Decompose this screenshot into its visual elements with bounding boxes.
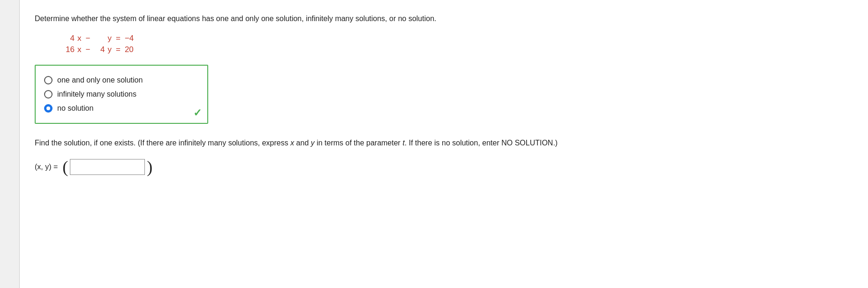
page: Determine whether the system of linear e… bbox=[0, 0, 868, 288]
radio-no-solution[interactable] bbox=[44, 104, 53, 113]
answer-row: (x, y) = ( ) bbox=[35, 159, 849, 175]
option-one-solution[interactable]: one and only one solution bbox=[44, 76, 196, 84]
equation-1: 4 x − y = −4 bbox=[63, 33, 137, 44]
eq1-equals: = bbox=[113, 33, 123, 44]
answer-label: (x, y) = bbox=[35, 163, 58, 171]
right-paren: ) bbox=[147, 159, 152, 175]
eq1-coeff1: 4 bbox=[63, 33, 76, 44]
eq1-coeff2 bbox=[93, 33, 106, 44]
find-solution-text4: . If there is no solution, enter NO SOLU… bbox=[405, 139, 558, 147]
eq2-op: − bbox=[83, 44, 93, 55]
content: Determine whether the system of linear e… bbox=[20, 0, 868, 288]
find-solution-text1: Find the solution, if one exists. (If th… bbox=[35, 139, 290, 147]
option-no-solution[interactable]: no solution bbox=[44, 104, 196, 113]
eq1-var2: y bbox=[106, 33, 113, 44]
find-solution-text2: and bbox=[294, 139, 311, 147]
option-no-solution-label: no solution bbox=[57, 104, 93, 113]
eq1-op: − bbox=[83, 33, 93, 44]
checkmark-icon: ✓ bbox=[193, 107, 202, 119]
find-solution-text: Find the solution, if one exists. (If th… bbox=[35, 137, 597, 149]
option-infinitely-many-label: infinitely many solutions bbox=[57, 90, 136, 99]
eq2-coeff2: 4 bbox=[93, 44, 106, 55]
radio-one-solution[interactable] bbox=[44, 76, 53, 84]
eq2-var2: y bbox=[106, 44, 113, 55]
eq2-equals: = bbox=[113, 44, 123, 55]
equation-2: 16 x − 4 y = 20 bbox=[63, 44, 137, 55]
eq2-coeff1: 16 bbox=[63, 44, 76, 55]
eq2-rhs: 20 bbox=[123, 44, 137, 55]
find-solution-italic-x: x bbox=[290, 139, 294, 147]
option-one-solution-label: one and only one solution bbox=[57, 76, 143, 84]
answer-input[interactable] bbox=[70, 159, 145, 175]
left-bar bbox=[0, 0, 20, 288]
eq1-rhs: −4 bbox=[123, 33, 137, 44]
left-paren: ( bbox=[62, 159, 68, 175]
find-solution-italic-y: y bbox=[311, 139, 315, 147]
eq2-var1: x bbox=[76, 44, 83, 55]
find-solution-text3: in terms of the parameter bbox=[315, 139, 403, 147]
radio-infinitely-many[interactable] bbox=[44, 90, 53, 99]
equations-block: 4 x − y = −4 16 x − 4 y = 20 bbox=[63, 33, 137, 55]
option-infinitely-many[interactable]: infinitely many solutions bbox=[44, 90, 196, 99]
eq1-var1: x bbox=[76, 33, 83, 44]
options-box: one and only one solution infinitely man… bbox=[35, 65, 208, 124]
question-text: Determine whether the system of linear e… bbox=[35, 13, 849, 24]
